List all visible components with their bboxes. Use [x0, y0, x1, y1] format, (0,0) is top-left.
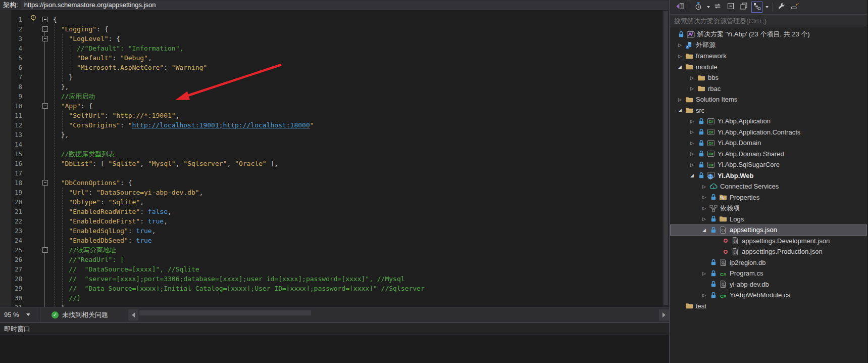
horizontal-scrollbar[interactable] [128, 307, 669, 322]
code-line-19[interactable]: 19 "Url": "DataSource=yi-abp-dev.db", [0, 188, 669, 197]
schema-url-combobox[interactable]: https://json.schemastore.org/appsettings… [21, 1, 668, 10]
code-line-27[interactable]: 27 // "DataSource=[xxxx]", //Sqlite [0, 264, 669, 274]
expander-open-icon[interactable]: ◢ [676, 108, 684, 113]
new-item-button[interactable] [789, 2, 800, 13]
tree-item-module[interactable]: ◢module [670, 62, 867, 73]
tree-item-yi.abp.domain[interactable]: ▷C#Yi.Abp.Domain [670, 138, 867, 149]
code-line-3[interactable]: 3 "LogLevel": { [0, 34, 669, 43]
tree-item-yi.abp.application.contracts[interactable]: ▷C#Yi.Abp.Application.Contracts [670, 127, 867, 138]
tree-item-appsettings.development.json[interactable]: {}appsettings.Development.json [670, 236, 867, 247]
pending-changes-filter-button[interactable] [693, 2, 704, 13]
expander-closed-icon[interactable]: ▷ [700, 184, 708, 189]
document-health-indicator[interactable]: ✓ 未找到相关问题 [52, 310, 108, 320]
code-line-24[interactable]: 24 "EnabledDbSeed": true [0, 236, 669, 245]
code-line-20[interactable]: 20 "DbType": "Sqlite", [0, 197, 669, 207]
scroll-left-button[interactable] [128, 309, 138, 321]
tree-item-test[interactable]: test [670, 301, 867, 312]
tree-item-yiabpwebmodule.cs[interactable]: ▷C#YiAbpWebModule.cs [670, 290, 867, 301]
code-line-2[interactable]: 2 "Logging": { [0, 24, 669, 34]
expander-open-icon[interactable]: ◢ [700, 228, 708, 233]
collapse-all-button[interactable] [725, 2, 736, 13]
tree-item-connected-services[interactable]: ▷Connected Services [670, 181, 867, 192]
code-line-6[interactable]: 6 "Microsoft.AspNetCore": "Warning" [0, 63, 669, 72]
show-all-files-button[interactable] [738, 2, 749, 13]
search-input[interactable] [670, 17, 867, 25]
code-line-30[interactable]: 30 //] [0, 293, 669, 303]
tree-item-yi-abp-dev.db[interactable]: yi-abp-dev.db [670, 279, 867, 290]
tree-item-logs[interactable]: ▷Logs [670, 214, 867, 225]
code-line-31[interactable]: 31 }, [0, 303, 669, 307]
tree-item-program.cs[interactable]: ▷C#Program.cs [670, 268, 867, 279]
tree-item-solution-items[interactable]: ▷Solution Items [670, 94, 867, 105]
code-line-23[interactable]: 23 "EnabledSqlLog": true, [0, 226, 669, 236]
code-line-7[interactable]: 7 } [0, 72, 669, 82]
expander-closed-icon[interactable]: ▷ [700, 195, 708, 200]
code-line-18[interactable]: 18 "DbConnOptions": { [0, 178, 669, 188]
tree-item-bbs[interactable]: ▷bbs [670, 72, 867, 83]
code-line-1[interactable]: 1{ [0, 15, 669, 24]
tree-item-properties[interactable]: ▷Properties [670, 192, 867, 203]
tree-item-rbac[interactable]: ▷rbac [670, 83, 867, 95]
tree-item-framework[interactable]: ▷framework [670, 51, 867, 62]
code-line-5[interactable]: 5 "Default": "Debug", [0, 53, 669, 63]
code-line-13[interactable]: 13 }, [0, 130, 669, 140]
tree-item-yi.abp.domain.shared[interactable]: ▷C#Yi.Abp.Domain.Shared [670, 149, 867, 160]
tree-item-appsettings.production.json[interactable]: {}appsettings.Production.json [670, 246, 867, 257]
scrollbar-track[interactable] [138, 307, 659, 322]
fold-collapse-box[interactable] [42, 103, 48, 109]
expander-closed-icon[interactable]: ▷ [688, 151, 696, 156]
expander-closed-icon[interactable]: ▷ [688, 162, 696, 167]
code-editor[interactable]: 1{2 "Logging": {3 "LogLevel": {4 //"Defa… [0, 10, 669, 307]
immediate-window-header[interactable]: 即时窗口 [0, 323, 669, 335]
tree-item-yi.abp-23-23[interactable]: 解决方案 'Yi.Abp' (23 个项目, 共 23 个) [670, 29, 867, 40]
expander-closed-icon[interactable]: ▷ [688, 141, 696, 146]
switch-views-button[interactable] [674, 2, 685, 13]
code-line-16[interactable]: 16 "DbList": [ "Sqlite", "Mysql", "Sqlse… [0, 159, 669, 168]
code-line-28[interactable]: 28 // "server=[xxxx];port=3306;database=… [0, 274, 669, 284]
zoom-level-select[interactable]: 95 % [0, 307, 40, 322]
fold-collapse-box[interactable] [42, 247, 48, 253]
expander-closed-icon[interactable]: ▷ [676, 42, 684, 48]
code-line-14[interactable]: 14 [0, 140, 669, 149]
expander-closed-icon[interactable]: ▷ [688, 129, 696, 134]
code-line-29[interactable]: 29 // "Data Source=[xxxx];Initial Catalo… [0, 284, 669, 293]
scroll-right-button[interactable] [659, 309, 669, 321]
code-line-25[interactable]: 25 //读写分离地址 [0, 245, 669, 255]
code-line-8[interactable]: 8 }, [0, 82, 669, 92]
code-line-26[interactable]: 26 //"ReadUrl": [ [0, 255, 669, 264]
code-line-15[interactable]: 15 //数据库类型列表 [0, 149, 669, 159]
immediate-window-content[interactable] [0, 335, 669, 363]
tree-item-appsettings.json[interactable]: ◢{}appsettings.json [670, 224, 867, 236]
fold-collapse-box[interactable] [42, 180, 48, 186]
editor-vertical-scrollbar[interactable] [662, 10, 669, 307]
fold-collapse-box[interactable] [42, 26, 48, 32]
expander-closed-icon[interactable]: ▷ [700, 206, 708, 211]
tree-item-[interactable]: ▷外部源 [670, 40, 867, 51]
expander-closed-icon[interactable]: ▷ [688, 75, 696, 80]
tree-item-yi.abp.sqlsugarcore[interactable]: ▷C#Yi.Abp.SqlSugarCore [670, 159, 867, 170]
pending-changes-filter-dropdown-icon[interactable] [707, 6, 710, 8]
lightbulb-icon[interactable] [29, 14, 37, 25]
code-line-22[interactable]: 22 "EnabledCodeFirst": true, [0, 216, 669, 226]
scrollbar-thumb[interactable] [139, 310, 311, 315]
tree-item-[interactable]: ▷依赖项 [670, 203, 867, 214]
expander-open-icon[interactable]: ◢ [688, 173, 696, 178]
code-line-11[interactable]: 11 "SelfUrl": "http://*:19001", [0, 111, 669, 120]
expander-closed-icon[interactable]: ▷ [700, 293, 708, 298]
expander-closed-icon[interactable]: ▷ [700, 271, 708, 276]
properties-button[interactable] [776, 2, 787, 13]
tree-item-ip2region.db[interactable]: ip2region.db [670, 257, 867, 268]
expander-closed-icon[interactable]: ▷ [676, 97, 684, 102]
expander-closed-icon[interactable]: ▷ [676, 54, 684, 59]
fold-collapse-box[interactable] [42, 36, 48, 41]
code-line-12[interactable]: 12 "CorsOrigins": "http://localhost:1900… [0, 120, 669, 130]
expander-open-icon[interactable]: ◢ [676, 64, 684, 69]
sync-with-active-document-button[interactable] [712, 2, 723, 13]
file-nesting-button[interactable] [751, 2, 762, 13]
fold-collapse-box[interactable] [42, 17, 48, 22]
code-line-4[interactable]: 4 //"Default": "Information", [0, 43, 669, 53]
expander-closed-icon[interactable]: ▷ [688, 119, 696, 124]
tree-item-yi.abp.web[interactable]: ◢Yi.Abp.Web [670, 170, 867, 182]
code-line-21[interactable]: 21 "EnabledReadWrite": false, [0, 207, 669, 216]
file-nesting-dropdown-icon[interactable] [765, 6, 769, 8]
